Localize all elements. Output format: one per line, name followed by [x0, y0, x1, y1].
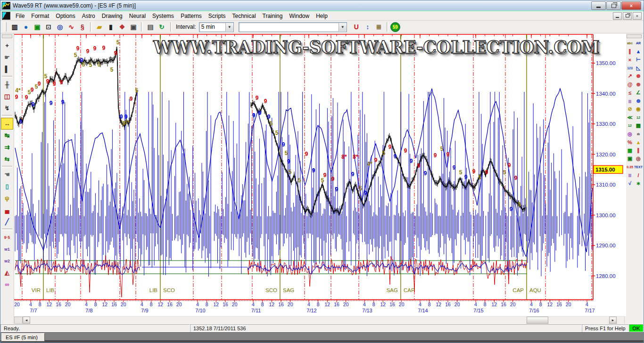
text-abc-tool[interactable]: abc	[626, 39, 634, 48]
vertical-lines-tool[interactable]: |||	[626, 97, 634, 106]
menu-file[interactable]: File	[12, 12, 28, 20]
world-markets-icon[interactable]: ●	[20, 21, 32, 33]
wrench-settings-tool[interactable]: ψ	[1, 192, 13, 204]
new-chart-icon[interactable]: ▥	[9, 21, 20, 33]
cycle-wave-tool[interactable]: ∞	[1, 278, 13, 290]
palette-icon[interactable]: ❖	[116, 21, 128, 33]
scrollbar-thumb[interactable]	[527, 317, 548, 324]
hatch-lines-tool[interactable]: ∥	[634, 147, 643, 155]
chart-area[interactable]: 20481216207/7481216207/8481216207/948121…	[14, 33, 626, 316]
save-page-icon[interactable]: ▣	[128, 21, 139, 33]
target-circle-tool[interactable]: ◎	[634, 155, 643, 163]
wave1-tool[interactable]: w1	[1, 243, 13, 255]
astro-wheel-icon[interactable]: ◎	[54, 21, 66, 33]
open-chart-icon[interactable]: ▰	[94, 21, 105, 33]
chart-tab[interactable]: ES #F (5 min)	[1, 333, 45, 342]
horizontal-scrollbar[interactable]: ◄ ►	[14, 316, 624, 324]
ruler-12-tool[interactable]: 12	[634, 114, 643, 122]
sqrt-tool[interactable]: √	[626, 180, 634, 188]
alert-triangle-tool[interactable]: ▲	[634, 138, 643, 147]
ok-status-badge[interactable]: OK	[629, 324, 644, 332]
triangle-123-tool[interactable]: ◺	[634, 64, 643, 73]
draw-line-tool[interactable]: ╱	[1, 216, 13, 228]
ibeam-tool[interactable]: ▌	[1, 63, 13, 75]
left-toolbar-grip[interactable]	[2, 34, 12, 38]
ray-fan-tool[interactable]: ≪	[626, 114, 634, 122]
bar-ruler-tool[interactable]: ⊢	[634, 56, 643, 64]
trend-arrow-tool[interactable]: ↗	[626, 72, 634, 81]
close-button[interactable]: ×	[621, 1, 641, 10]
candlestick-style[interactable]: ◫	[1, 90, 13, 102]
pitchfork-angle-tool[interactable]: ∠	[634, 89, 643, 97]
line-style[interactable]: ↯	[1, 102, 13, 114]
pyramid-tool[interactable]: ▲	[634, 48, 643, 56]
toolbar-grip[interactable]	[4, 22, 7, 32]
chevron-down-icon[interactable]: ▼	[339, 23, 347, 31]
bar-width-tool[interactable]: ⇉	[1, 141, 13, 153]
gann-fan-tool[interactable]: ⊛	[634, 97, 643, 106]
symbol-combobox[interactable]: ▼	[239, 22, 347, 32]
wave59-badge[interactable]: 59	[390, 22, 400, 32]
angles-icon[interactable]: ∿	[66, 21, 77, 33]
pointer-hand-tool[interactable]: ☚	[1, 169, 13, 180]
restore-button[interactable]	[606, 1, 621, 10]
menu-training[interactable]: Training	[259, 12, 286, 20]
astro-fly-tool[interactable]: ∗	[634, 180, 643, 188]
menu-options[interactable]: Options	[52, 12, 78, 20]
gann-square-icon[interactable]: ▣	[32, 21, 43, 33]
bars-lines-tool[interactable]: |||	[626, 171, 634, 180]
menu-neural[interactable]: Neural	[126, 12, 149, 20]
text-tool[interactable]: TEXT	[634, 163, 643, 172]
chevron-down-icon[interactable]: ▼	[225, 23, 233, 31]
compress-bars-tool[interactable]: ↹	[1, 130, 13, 141]
menu-help[interactable]: Help	[313, 12, 331, 20]
scripts-icon[interactable]: §	[77, 21, 88, 33]
mdi-close-button[interactable]: ×	[633, 12, 642, 20]
save-icon[interactable]: ▮	[105, 21, 116, 33]
expand-bars-tool[interactable]: ⇆	[1, 153, 13, 165]
vertical-fit-icon[interactable]: ↕	[362, 21, 373, 33]
notes-icon[interactable]: ≣	[373, 21, 385, 33]
less-equal-tool[interactable]: ≤	[626, 89, 634, 97]
nine-five-count-tool[interactable]: 9·5	[1, 231, 13, 243]
interval-select[interactable]: 5 min ▼	[199, 22, 234, 32]
planet-circle-tool[interactable]: ⊕	[634, 81, 643, 89]
parallel-hatch-tool[interactable]: ∥	[626, 48, 634, 56]
menu-format[interactable]: Format	[28, 12, 52, 20]
pan-hand-tool[interactable]: ☛	[1, 51, 13, 63]
right-toolbar-grip[interactable]	[627, 34, 642, 38]
menu-patterns[interactable]: Patterns	[177, 12, 205, 20]
numbers-123-tool[interactable]: 123	[626, 64, 634, 73]
menu-technical[interactable]: Technical	[229, 12, 259, 20]
magnet-snap-icon[interactable]: U	[351, 21, 362, 33]
menu-astro[interactable]: Astro	[79, 12, 99, 20]
honeycomb-tool[interactable]: ◉	[634, 105, 643, 114]
value-035-tool[interactable]: 0.35	[626, 163, 634, 172]
count-12-tool[interactable]: 12	[626, 122, 634, 130]
square-spiral-tool[interactable]: ▣	[626, 155, 634, 163]
ohlc-bars-style[interactable]: ╫	[1, 79, 13, 90]
menu-scripts[interactable]: Scripts	[205, 12, 229, 20]
delete-trash-tool[interactable]: ▯	[1, 180, 13, 192]
pattern-tool[interactable]: ◭	[1, 267, 13, 278]
asterisk-circle-tool[interactable]: ⊛	[634, 72, 643, 81]
mdi-minimize-button[interactable]	[613, 12, 622, 20]
ellipse-tool[interactable]: ⊘	[626, 105, 634, 114]
cross-lines-tool[interactable]: ×	[626, 56, 634, 64]
crosshair-tool[interactable]: +	[1, 40, 13, 51]
histogram-tool[interactable]: ılı	[634, 130, 643, 139]
spiral-tool[interactable]: @	[626, 81, 634, 89]
checker-square-tool[interactable]: ▦	[634, 122, 643, 130]
auto-run-tool[interactable]: AR	[634, 39, 643, 48]
title-bar[interactable]: Wave59 RT (www.wave59.com) - [ES #F (5 m…	[0, 0, 644, 11]
purple-spiral-tool[interactable]: ◎	[626, 130, 634, 139]
menu-drawing[interactable]: Drawing	[99, 12, 126, 20]
price-chart[interactable]: 20481216207/7481216207/8481216207/948121…	[14, 33, 626, 316]
print-icon[interactable]: ▤	[145, 21, 156, 33]
scroll-right-button[interactable]: ►	[609, 317, 617, 324]
percent-tool[interactable]: %	[626, 138, 634, 147]
minimize-button[interactable]	[591, 1, 606, 10]
data-truck-tool[interactable]: ▄	[1, 204, 13, 216]
zoom-extents-tool[interactable]: ↔	[1, 118, 13, 130]
monitor-icon[interactable]: ⊡	[43, 21, 54, 33]
